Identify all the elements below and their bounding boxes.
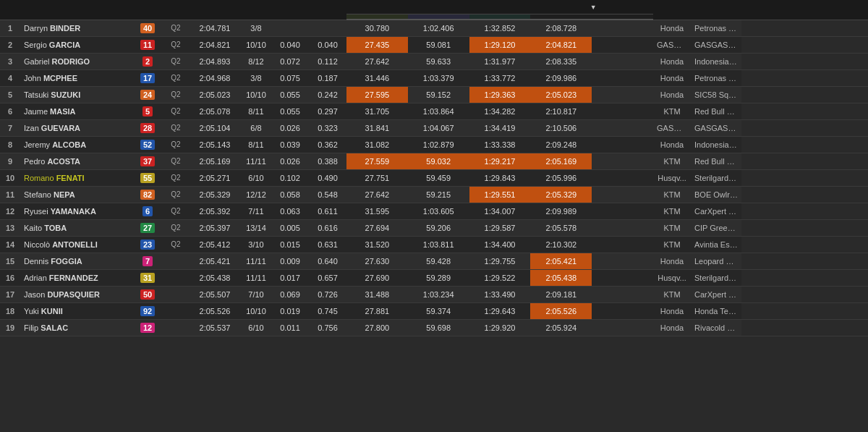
num-cell: 55 (132, 169, 163, 186)
lap-cell: 7/11 (241, 203, 271, 219)
bestlap-cell: 2:04.781 (189, 20, 241, 36)
table-row: 6 Jaume MASIA 5 Q2 2:05.078 8/11 0.055 0… (0, 103, 868, 119)
col-header-accumulated[interactable]: ▼ (530, 0, 653, 14)
s4-cell: 2:05.329 (530, 186, 592, 203)
num-badge: 23 (140, 240, 155, 250)
num-cell: 92 (132, 302, 163, 319)
bike-cell: Husqv... (653, 169, 691, 186)
pos-cell: 7 (0, 119, 20, 136)
s1-cell: 27.881 (346, 302, 408, 319)
team-cell: Honda Team Asia (691, 302, 741, 319)
gapf-cell: 0.548 (309, 186, 346, 203)
num-cell: 11 (132, 36, 163, 53)
s4-cell: 2:05.169 (530, 153, 592, 169)
s1-cell: 31.446 (346, 69, 408, 86)
bestlap-cell: 2:04.821 (189, 36, 241, 53)
table-row: 19 Filip SALAC 12 2:05.537 6/10 0.011 0.… (0, 319, 868, 336)
bestlap-cell: 2:04.968 (189, 69, 241, 86)
gapf-cell: 0.323 (309, 119, 346, 136)
dropdown-icon[interactable]: ▼ (590, 4, 597, 11)
bike-cell: Honda (653, 86, 691, 103)
rider-first-name: Stefano (24, 190, 54, 199)
num-badge: 11 (140, 40, 155, 50)
num-badge: 52 (140, 140, 155, 150)
s1-cell: 30.780 (346, 20, 408, 36)
gapf-cell: 0.297 (309, 103, 346, 119)
lap-cell: 3/8 (241, 69, 271, 86)
s2-cell: 59.428 (408, 253, 469, 269)
s2-cell: 1:04.067 (408, 119, 469, 136)
rider-name-cell: Kaito TOBA (20, 219, 132, 236)
pos-cell: 14 (0, 236, 20, 253)
q-cell: Q2 (163, 69, 189, 86)
kmh-cell (592, 219, 653, 236)
gapf-cell: 0.726 (309, 286, 346, 302)
gapf-cell: 0.640 (309, 253, 346, 269)
s1-cell: 27.435 (346, 36, 408, 53)
s3-cell: 1:29.643 (469, 302, 531, 319)
num-badge: 7 (142, 256, 153, 266)
bestlap-cell: 2:05.023 (189, 86, 241, 103)
table-row: 17 Jason DUPASQUIER 50 2:05.507 7/10 0.0… (0, 286, 868, 302)
s1-cell: 27.595 (346, 86, 408, 103)
s2-cell: 1:03.864 (408, 103, 469, 119)
s1-cell: 31.595 (346, 203, 408, 219)
lap-cell: 7/10 (241, 286, 271, 302)
team-cell: Leopard Racing (691, 253, 741, 269)
s4-cell: 2:09.248 (530, 136, 592, 153)
table-row: 18 Yuki KUNII 92 2:05.526 10/10 0.019 0.… (0, 302, 868, 319)
q-cell: Q2 (163, 203, 189, 219)
num-badge: 27 (140, 223, 155, 233)
team-cell: Indonesian Racing Gresini ... (691, 53, 741, 69)
q-cell (163, 286, 189, 302)
rider-last-name: SALAC (41, 323, 68, 332)
team-cell: SIC58 Squadra Corse (691, 86, 741, 103)
rider-last-name: GUEVARA (41, 124, 80, 132)
rider-first-name: John (24, 74, 43, 82)
col-header-lap (241, 0, 271, 20)
table-row: 12 Ryusei YAMANAKA 6 Q2 2:05.392 7/11 0.… (0, 203, 868, 219)
s2-cell: 1:03.605 (408, 203, 469, 219)
num-badge: 31 (140, 273, 155, 283)
rider-first-name: Adrian (24, 274, 49, 282)
bike-cell: Husqv... (653, 269, 691, 286)
gapp-cell: 0.011 (271, 319, 309, 336)
kmh-cell (592, 253, 653, 269)
team-cell: Petronas Sprinta Racing (691, 69, 741, 86)
rider-last-name: BINDER (50, 24, 80, 33)
rider-last-name: ANTONELLI (52, 240, 98, 249)
rider-last-name: DUPASQUIER (47, 290, 100, 299)
team-cell: GASGAS Gaviota Aspar Tea... (691, 36, 741, 53)
rider-last-name: MCPHEE (43, 74, 77, 82)
s1-cell: 31.488 (346, 286, 408, 302)
rider-name-cell: Romano FENATI (20, 169, 132, 186)
s2-cell: 59.698 (408, 319, 469, 336)
table-row: 4 John MCPHEE 17 Q2 2:04.968 3/8 0.075 0… (0, 69, 868, 86)
s3-cell: 1:29.920 (469, 319, 531, 336)
lap-cell: 11/11 (241, 253, 271, 269)
gapp-cell: 0.017 (271, 269, 309, 286)
s4-cell: 2:05.438 (530, 269, 592, 286)
bike-cell: GASGAS (653, 36, 691, 53)
rider-last-name: RODRIGO (52, 57, 90, 66)
kmh-cell (592, 136, 653, 153)
kmh-cell (592, 119, 653, 136)
rider-first-name: Jaume (24, 107, 50, 116)
pos-cell: 11 (0, 186, 20, 203)
pos-cell: 15 (0, 253, 20, 269)
gapp-cell (271, 20, 309, 36)
num-badge: 5 (142, 106, 153, 117)
s3-cell: 1:29.587 (469, 219, 531, 236)
s3-cell: 1:34.419 (469, 119, 531, 136)
bestlap-cell: 2:04.893 (189, 53, 241, 69)
gapf-cell: 0.745 (309, 302, 346, 319)
gapf-cell: 0.040 (309, 36, 346, 53)
kmh-cell (592, 36, 653, 53)
s3-cell: 1:33.490 (469, 286, 531, 302)
num-badge: 28 (140, 123, 155, 133)
team-cell: Red Bull KTM Ajo (691, 153, 741, 169)
lap-cell: 11/11 (241, 153, 271, 169)
rider-name-cell: Gabriel RODRIGO (20, 53, 132, 69)
col-header-pos (0, 0, 20, 20)
s4-cell: 2:05.526 (530, 302, 592, 319)
